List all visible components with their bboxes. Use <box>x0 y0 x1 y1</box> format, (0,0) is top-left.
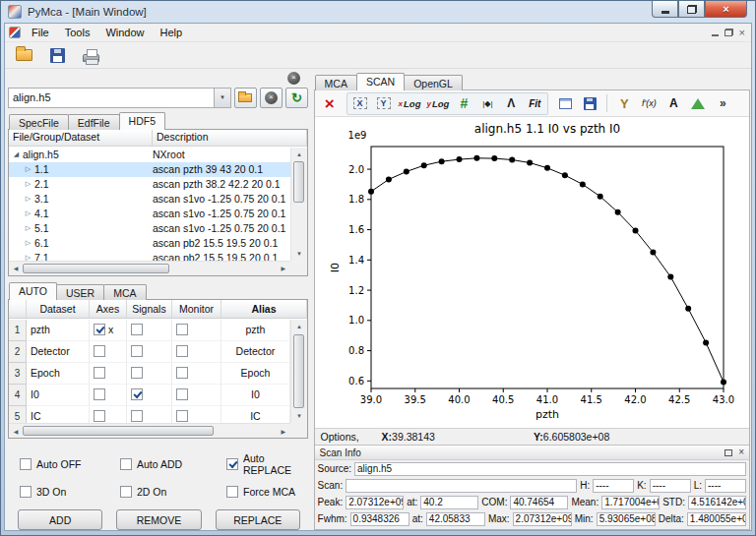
mdi-restore-icon[interactable] <box>724 29 733 36</box>
save-button[interactable] <box>45 44 69 66</box>
option-2d-on[interactable]: 2D On <box>120 486 226 498</box>
tree-collapsed-icon[interactable]: ▷ <box>24 224 32 232</box>
plot-area[interactable]: 39.039.540.040.541.041.542.042.543.00.60… <box>315 117 749 428</box>
monitor-checkbox[interactable] <box>176 324 188 335</box>
scroll-up-icon[interactable]: ▲ <box>291 320 307 333</box>
tab-scan[interactable]: SCAN <box>356 73 405 90</box>
alias-cell[interactable]: Detector <box>221 341 290 363</box>
dataset-cell[interactable]: pzth <box>27 320 90 341</box>
replace-button[interactable]: REPLACE <box>216 509 300 530</box>
signals-checkbox[interactable] <box>131 410 143 422</box>
pick-tool-button[interactable]: Y <box>613 93 635 114</box>
option-auto-off[interactable]: Auto OFF <box>20 452 120 476</box>
menu-tools[interactable]: Tools <box>57 25 98 40</box>
signals-checkbox[interactable] <box>131 367 143 379</box>
chevron-down-icon[interactable]: ▾ <box>214 89 230 107</box>
checkbox[interactable] <box>20 486 32 498</box>
axes-checkbox[interactable] <box>94 410 105 422</box>
tab-edffile[interactable]: EdfFile <box>68 114 120 130</box>
clear-plot-button[interactable]: × <box>319 93 341 114</box>
scroll-left-icon[interactable]: ◀ <box>9 262 23 275</box>
menu-help[interactable]: Help <box>153 25 191 40</box>
more-tools-button[interactable]: » <box>712 93 733 114</box>
axes-checkbox[interactable] <box>94 345 105 357</box>
save-plot-button[interactable] <box>579 93 600 114</box>
mdi-close-icon[interactable]: × <box>739 29 745 36</box>
grid-toggle-button[interactable]: # <box>453 93 474 114</box>
monitor-checkbox[interactable] <box>176 367 188 379</box>
tree-collapsed-icon[interactable]: ▷ <box>24 239 32 247</box>
close-source-button[interactable]: × <box>260 88 283 108</box>
tree-row[interactable]: ▷7.1ascan pb2 15.5 19.5 20 0.1 <box>9 251 290 261</box>
fit-button[interactable]: Fit <box>524 93 545 114</box>
tree-row[interactable]: ▷3.1ascan s1vo -1.25 0.75 20 0.1 <box>9 192 290 207</box>
float-dock-icon[interactable] <box>724 449 732 456</box>
tree-row[interactable]: ▷4.1ascan s1vo -1.25 0.75 20 0.1 <box>9 207 290 221</box>
scroll-right-icon[interactable]: ▶ <box>277 424 290 438</box>
tree-vertical-scrollbar[interactable]: ▲ ▼ <box>290 148 307 261</box>
tree-row[interactable]: ▷1.1ascan pzth 39 43 20 0.1 <box>9 162 290 177</box>
monitor-checkbox[interactable] <box>176 345 188 357</box>
axes-checkbox[interactable] <box>94 367 105 379</box>
dataset-cell[interactable]: I0 <box>27 385 90 406</box>
options-label[interactable]: Options, <box>321 431 378 443</box>
close-button[interactable]: × <box>705 1 747 18</box>
tree-collapsed-icon[interactable]: ▷ <box>24 209 32 217</box>
scrollbar-thumb[interactable] <box>293 334 304 408</box>
checkbox[interactable] <box>20 458 32 470</box>
tab-mca[interactable]: MCA <box>315 75 357 90</box>
x-autoscale-button[interactable]: X <box>349 93 371 114</box>
open-file-button[interactable] <box>12 44 35 66</box>
source-combobox[interactable]: align.h5 ▾ <box>8 88 231 108</box>
signals-checkbox[interactable] <box>131 388 143 400</box>
tree-row[interactable]: ▷5.1ascan s1vo -1.25 0.75 20 0.1 <box>9 221 290 236</box>
alias-cell[interactable]: I0 <box>221 385 290 406</box>
counter-vertical-scrollbar[interactable]: ▲ ▼ <box>290 320 307 423</box>
monitor-checkbox[interactable] <box>176 388 188 400</box>
scrollbar-thumb[interactable] <box>293 161 304 203</box>
calibration-button[interactable] <box>687 93 709 114</box>
points-toggle-button[interactable]: |◆| <box>476 93 498 114</box>
tab-opengl[interactable]: OpenGL <box>404 75 463 90</box>
alias-cell[interactable]: IC <box>221 406 290 423</box>
open-source-button[interactable] <box>234 88 257 108</box>
restore-button[interactable] <box>678 1 705 18</box>
scrollbar-thumb[interactable] <box>23 264 169 273</box>
tree-collapsed-icon[interactable]: ▷ <box>24 195 32 203</box>
checkbox[interactable] <box>120 486 132 498</box>
refresh-source-button[interactable]: ↻ <box>285 88 308 108</box>
remove-button[interactable]: REMOVE <box>116 509 201 530</box>
option-auto-replace[interactable]: Auto REPLACE <box>226 452 304 476</box>
derivative-button[interactable]: f'(x) <box>638 93 660 114</box>
print-button[interactable] <box>79 44 102 66</box>
tree-collapsed-icon[interactable]: ▷ <box>24 165 32 173</box>
checkbox[interactable] <box>226 486 238 498</box>
y-autoscale-button[interactable]: Y <box>373 93 395 114</box>
column-header-signals[interactable]: Signals <box>127 300 172 318</box>
option-3d-on[interactable]: 3D On <box>20 486 120 498</box>
scan-info-titlebar[interactable]: Scan Info × <box>315 446 749 460</box>
close-dock-icon[interactable]: × <box>738 448 744 456</box>
option-auto-add[interactable]: Auto ADD <box>120 452 226 476</box>
menu-file[interactable]: File <box>24 25 57 40</box>
tab-user[interactable]: USER <box>56 284 104 300</box>
tree-collapsed-icon[interactable]: ▷ <box>24 254 32 261</box>
alias-cell[interactable]: Epoch <box>221 363 290 385</box>
scan-plot[interactable]: 39.039.540.040.541.041.542.042.543.00.60… <box>326 117 737 428</box>
tab-auto[interactable]: AUTO <box>9 282 57 300</box>
checkbox[interactable] <box>120 458 132 470</box>
signals-checkbox[interactable] <box>131 345 143 357</box>
mdi-window-icon[interactable] <box>9 27 21 38</box>
monitor-checkbox[interactable] <box>176 410 188 422</box>
tab-hdf5[interactable]: HDF5 <box>119 112 165 130</box>
signals-checkbox[interactable] <box>131 324 143 335</box>
column-header-monitor[interactable]: Monitor <box>172 300 221 318</box>
x-log-button[interactable]: xLog <box>397 93 423 114</box>
tab-mca[interactable]: MCA <box>103 284 146 300</box>
column-header-dataset[interactable]: Dataset <box>27 300 90 318</box>
tree-column-description[interactable]: Description <box>153 130 307 146</box>
scroll-up-icon[interactable]: ▲ <box>291 148 307 161</box>
menu-window[interactable]: Window <box>97 25 152 40</box>
scroll-down-icon[interactable]: ▼ <box>291 247 307 261</box>
checkbox[interactable] <box>226 458 238 470</box>
